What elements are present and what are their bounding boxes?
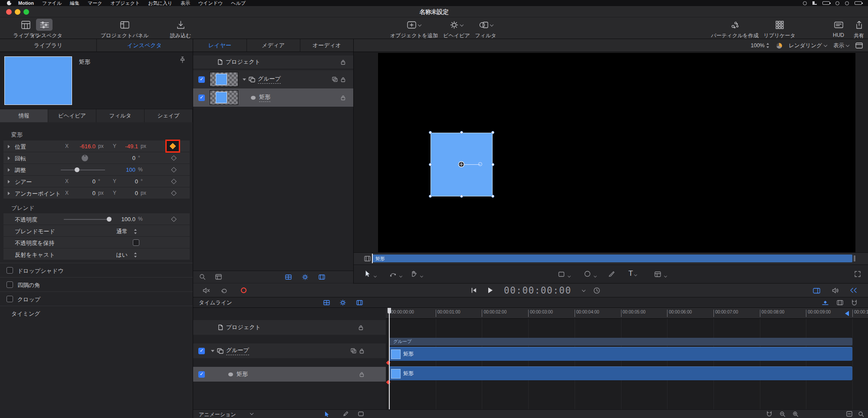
tab-inspector[interactable]: インスペクタ	[96, 39, 193, 52]
rect-layer-name[interactable]: 矩形	[237, 370, 248, 378]
tab-media[interactable]: メディア	[247, 39, 300, 52]
chevron-down-icon[interactable]	[582, 288, 585, 292]
shear-y-value[interactable]: 0	[115, 178, 138, 185]
chevrons-left-icon[interactable]	[849, 287, 857, 293]
speaker-icon[interactable]	[832, 287, 839, 294]
group-visibility-checkbox[interactable]	[198, 76, 205, 83]
library-button[interactable]	[18, 19, 33, 30]
menu-item-help[interactable]: ヘルプ	[231, 0, 246, 7]
param-row-position[interactable]: 位置 X -616.0 px Y -49.1 px	[3, 140, 190, 152]
section-row-drop-shadow[interactable]: ドロップシャドウ	[0, 263, 193, 277]
layers-row-group[interactable]: グループ	[193, 70, 354, 88]
menu-item-favorites[interactable]: お気に入り	[148, 0, 172, 7]
share-button[interactable]	[852, 19, 866, 30]
wifi-icon[interactable]	[812, 1, 817, 5]
circle-mask-tool[interactable]	[584, 271, 596, 279]
paint-stroke-tool[interactable]	[608, 271, 615, 278]
hud-button[interactable]	[831, 19, 846, 30]
menu-item-edit[interactable]: 編集	[70, 0, 79, 7]
import-button[interactable]	[173, 19, 188, 30]
keyframes-toggle-icon[interactable]	[822, 300, 829, 305]
disclosure-triangle-icon[interactable]	[8, 145, 10, 148]
selection-handle[interactable]	[429, 163, 432, 166]
tab-audio[interactable]: オーディオ	[300, 39, 354, 52]
select-cursor-icon[interactable]	[325, 411, 329, 417]
param-row-blend-mode[interactable]: ブレンドモード 通常	[3, 225, 190, 237]
disclosure-triangle-icon[interactable]	[8, 180, 10, 183]
zoom-out-icon[interactable]	[779, 411, 786, 417]
keyframe-diamond-icon[interactable]	[171, 167, 177, 173]
canvas-stage[interactable]	[378, 53, 855, 252]
search-icon[interactable]	[199, 274, 206, 280]
tab-shape[interactable]: シェイプ	[145, 109, 193, 122]
control-center-icon[interactable]	[845, 1, 849, 5]
position-keyframe-button-highlight[interactable]	[165, 140, 180, 153]
selection-handle[interactable]	[491, 195, 494, 198]
edit-points-tool[interactable]	[390, 271, 402, 279]
opacity-slider[interactable]	[64, 219, 111, 220]
gear-icon[interactable]	[340, 300, 346, 306]
selection-handle[interactable]	[429, 195, 432, 198]
fit-view-icon[interactable]	[846, 411, 852, 417]
menu-item-mark[interactable]: マーク	[88, 0, 102, 7]
layers-badge-icon[interactable]	[332, 77, 338, 82]
disclosure-triangle-icon[interactable]	[243, 78, 246, 81]
zoom-in-icon[interactable]	[792, 411, 799, 417]
layout-tool[interactable]	[654, 271, 667, 279]
clock-icon[interactable]	[855, 1, 862, 5]
film-icon[interactable]	[364, 256, 371, 261]
slider-knob[interactable]	[75, 167, 79, 172]
make-particles-button[interactable]	[727, 19, 742, 30]
playhead[interactable]	[389, 308, 390, 409]
selection-handle[interactable]	[491, 131, 494, 134]
mini-playhead[interactable]	[372, 254, 373, 263]
timeline-row-group[interactable]: グループ	[193, 343, 386, 358]
filmstrip-icon[interactable]	[319, 274, 325, 280]
lock-icon[interactable]	[341, 59, 345, 65]
stepper-icon[interactable]	[134, 252, 138, 258]
selection-handle[interactable]	[460, 131, 463, 134]
project-panel-button[interactable]	[117, 19, 132, 30]
selection-handle[interactable]	[491, 163, 494, 166]
search-icon[interactable]	[835, 1, 839, 5]
position-x-value[interactable]: -616.0	[69, 143, 95, 150]
selection-handle[interactable]	[429, 131, 432, 134]
keyframe-diamond-icon[interactable]	[170, 143, 176, 149]
inspector-button[interactable]	[36, 19, 53, 31]
group-name[interactable]: グループ	[226, 346, 249, 355]
rect-track-bar-2[interactable]: 矩形	[389, 366, 852, 380]
record-icon[interactable]	[241, 287, 247, 293]
section-row-timing[interactable]: タイミング	[0, 306, 193, 320]
scale-value[interactable]: 100	[107, 167, 135, 173]
section-row-four-corners[interactable]: 四隅の角	[0, 277, 193, 291]
play-icon[interactable]	[487, 287, 493, 294]
apple-menu-icon[interactable]	[7, 1, 11, 5]
lock-icon[interactable]	[359, 348, 364, 354]
channels-select[interactable]	[776, 43, 782, 49]
disclosure-triangle-icon[interactable]	[8, 168, 10, 172]
menu-item-view[interactable]: 表示	[181, 0, 190, 7]
drop-shadow-checkbox[interactable]	[7, 267, 13, 274]
timecode-display[interactable]: 00:00:00:00	[504, 285, 572, 296]
preserve-opacity-checkbox[interactable]	[133, 239, 139, 246]
menubar-status-icons[interactable]	[803, 1, 868, 5]
menu-item-object[interactable]: オブジェクト	[111, 0, 140, 7]
hud-panel-icon[interactable]	[813, 288, 820, 294]
rect-track-bar-1[interactable]: 矩形	[389, 347, 852, 361]
keyframe-diamond-icon[interactable]	[171, 190, 177, 196]
disclosure-triangle-icon[interactable]	[211, 350, 214, 352]
disclosure-triangle-icon[interactable]	[8, 157, 10, 160]
lock-icon[interactable]	[359, 372, 364, 377]
chevron-down-icon[interactable]	[250, 411, 253, 415]
layers-row-project[interactable]: プロジェクト	[193, 56, 354, 69]
playhead-handle[interactable]	[388, 308, 391, 314]
menu-item-window[interactable]: ウインドウ	[198, 0, 223, 7]
battery-icon[interactable]	[822, 1, 830, 5]
mute-icon[interactable]	[203, 287, 210, 294]
grid-icon[interactable]	[323, 300, 330, 305]
loop-icon[interactable]	[221, 287, 228, 293]
grid-icon[interactable]	[285, 274, 292, 280]
strip-end-grip[interactable]	[854, 255, 855, 261]
select-tool[interactable]	[365, 270, 376, 279]
param-row-scale[interactable]: 調整 100 %	[3, 164, 190, 176]
